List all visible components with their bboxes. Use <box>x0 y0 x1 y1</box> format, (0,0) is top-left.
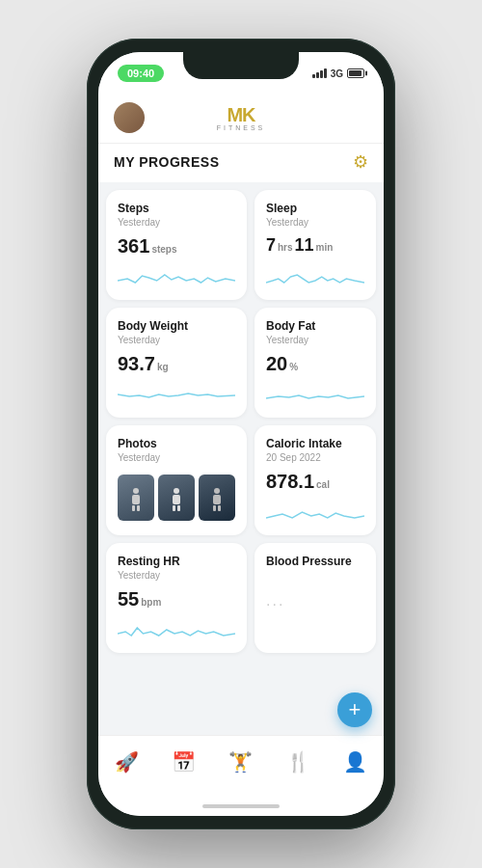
card-steps-chart <box>118 261 235 288</box>
card-sleep-hours: 7 <box>266 235 276 256</box>
status-icons: 3G <box>312 68 364 79</box>
fab-button[interactable]: + <box>337 692 372 727</box>
card-photos[interactable]: Photos Yesterday <box>106 425 247 535</box>
card-body-fat-value: 20 <box>266 353 287 375</box>
svg-point-4 <box>174 488 179 494</box>
card-caloric-value-row: 878.1 cal <box>266 471 364 497</box>
card-body-fat-subtitle: Yesterday <box>266 335 364 345</box>
card-sleep-value-row: 7 hrs 11 min <box>266 235 364 259</box>
card-body-weight-unit: kg <box>157 362 169 372</box>
card-photos-title: Photos <box>118 437 235 450</box>
svg-rect-5 <box>173 495 180 504</box>
page-title: MY PROGRESS <box>114 154 220 170</box>
card-body-weight[interactable]: Body Weight Yesterday 93.7 kg <box>106 308 247 418</box>
card-blood-pressure-subtitle <box>266 570 364 581</box>
rocket-icon: 🚀 <box>115 750 139 773</box>
status-bar: 09:40 3G <box>98 52 384 95</box>
nav-item-rocket[interactable]: 🚀 <box>115 750 139 773</box>
svg-point-0 <box>133 488 139 494</box>
phone-outer: 09:40 3G MK FITNESS <box>87 39 395 829</box>
person-icon: 👤 <box>343 750 367 773</box>
card-caloric-subtitle: 20 Sep 2022 <box>266 452 364 463</box>
network-label: 3G <box>331 68 343 79</box>
card-blood-pressure-dots: ··· <box>266 596 364 613</box>
logo-mk: MK <box>227 105 254 124</box>
card-sleep-minutes: 11 <box>295 235 314 256</box>
calendar-icon: 📅 <box>172 750 196 773</box>
card-resting-hr-unit: bpm <box>141 597 161 608</box>
phone-screen: 09:40 3G MK FITNESS <box>98 52 384 816</box>
card-caloric-title: Caloric Intake <box>266 437 364 450</box>
nav-item-calendar[interactable]: 📅 <box>172 750 196 773</box>
nav-item-profile[interactable]: 👤 <box>343 750 367 773</box>
card-caloric-intake[interactable]: Caloric Intake 20 Sep 2022 878.1 cal <box>254 425 376 535</box>
card-body-fat-title: Body Fat <box>266 319 364 333</box>
fork-icon: 🍴 <box>286 750 310 773</box>
card-steps-value-row: 361 steps <box>118 235 235 261</box>
card-steps-subtitle: Yesterday <box>118 217 235 228</box>
card-sleep-subtitle: Yesterday <box>266 217 364 228</box>
svg-rect-7 <box>177 505 180 511</box>
page-header: MY PROGRESS ⚙ <box>98 144 384 182</box>
card-sleep-title: Sleep <box>266 202 364 215</box>
card-steps-value: 361 <box>118 235 149 258</box>
home-bar <box>202 804 280 808</box>
card-steps[interactable]: Steps Yesterday 361 steps <box>106 190 247 300</box>
card-body-weight-value: 93.7 <box>118 353 155 375</box>
card-body-fat-chart <box>266 379 364 406</box>
status-time: 09:40 <box>118 65 164 82</box>
card-blood-pressure[interactable]: Blood Pressure ··· <box>254 543 376 653</box>
bottom-nav: 🚀 📅 🏋️ 🍴 👤 <box>98 735 384 797</box>
cards-grid: Steps Yesterday 361 steps Sleep Yesterda… <box>98 182 384 735</box>
photo-thumb-3[interactable] <box>199 475 235 521</box>
card-caloric-chart <box>266 497 364 524</box>
photo-thumb-1[interactable] <box>118 475 154 521</box>
fab-icon: + <box>349 697 362 722</box>
card-body-fat-unit: % <box>289 362 298 372</box>
card-blood-pressure-title: Blood Pressure <box>266 555 364 568</box>
nav-item-workout[interactable]: 🏋️ <box>228 750 253 773</box>
signal-bars <box>312 68 327 78</box>
dumbbell-icon: 🏋️ <box>228 750 253 773</box>
card-sleep-hrs-unit: hrs <box>278 242 293 253</box>
logo-fitness: FITNESS <box>217 124 266 131</box>
card-sleep[interactable]: Sleep Yesterday 7 hrs 11 min <box>254 190 376 300</box>
svg-rect-2 <box>132 505 135 511</box>
card-caloric-unit: cal <box>316 479 330 490</box>
logo: MK FITNESS <box>217 105 266 131</box>
card-body-fat-value-row: 20 % <box>266 353 364 379</box>
card-resting-hr-value: 55 <box>118 588 139 610</box>
card-body-fat[interactable]: Body Fat Yesterday 20 % <box>254 308 376 418</box>
battery-fill <box>349 70 362 76</box>
svg-point-8 <box>214 488 220 494</box>
card-sleep-chart <box>266 259 364 288</box>
card-body-weight-chart <box>118 379 235 406</box>
card-caloric-value: 878.1 <box>266 471 314 493</box>
card-body-weight-title: Body Weight <box>118 319 235 333</box>
card-resting-hr[interactable]: Resting HR Yesterday 55 bpm <box>106 543 247 653</box>
avatar[interactable] <box>114 102 145 133</box>
svg-rect-10 <box>213 505 216 511</box>
avatar-image <box>114 102 145 133</box>
card-steps-title: Steps <box>118 202 235 215</box>
app-header: MK FITNESS <box>98 95 384 144</box>
nav-item-nutrition[interactable]: 🍴 <box>286 750 310 773</box>
card-steps-unit: steps <box>151 244 176 255</box>
svg-rect-3 <box>137 505 140 511</box>
svg-rect-1 <box>132 495 140 504</box>
card-resting-hr-value-row: 55 bpm <box>118 588 235 614</box>
card-resting-hr-title: Resting HR <box>118 555 235 568</box>
photos-row <box>118 475 235 521</box>
svg-rect-6 <box>173 505 175 511</box>
svg-rect-11 <box>218 505 221 511</box>
card-body-weight-subtitle: Yesterday <box>118 335 235 345</box>
home-indicator <box>98 797 384 816</box>
card-sleep-min-unit: min <box>316 242 334 253</box>
settings-icon[interactable]: ⚙ <box>353 151 368 173</box>
photo-thumb-2[interactable] <box>158 475 195 521</box>
card-resting-hr-chart <box>118 614 235 641</box>
card-photos-subtitle: Yesterday <box>118 452 235 463</box>
svg-rect-9 <box>213 495 221 504</box>
battery-icon <box>347 68 364 78</box>
card-resting-hr-subtitle: Yesterday <box>118 570 235 581</box>
